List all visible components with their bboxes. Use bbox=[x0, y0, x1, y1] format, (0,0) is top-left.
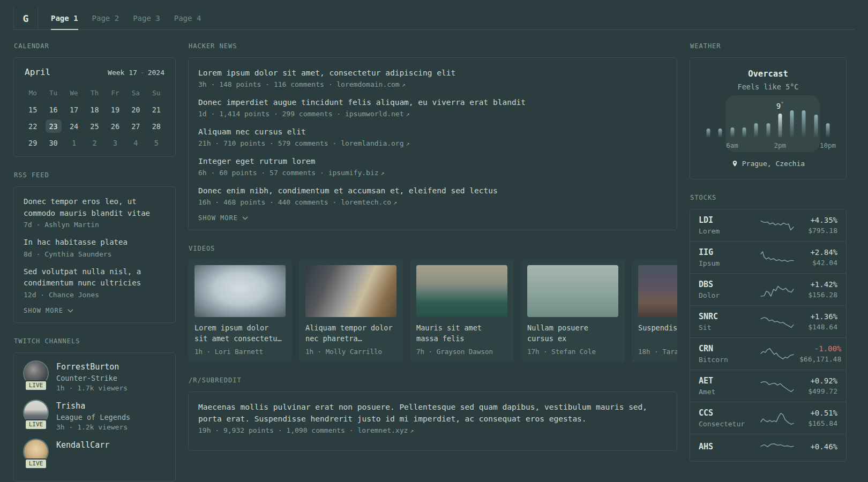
feed-item-domain-link[interactable]: ipsumworld.net bbox=[345, 110, 404, 118]
twitch-card: LIVEForrestBurtonCounter-Strike1h · 1.7k… bbox=[13, 352, 176, 481]
stock-row[interactable]: CRNBitcorn-1.00%$66,171.48 bbox=[690, 337, 846, 370]
calendar-month: April bbox=[25, 67, 50, 77]
stock-sparkline bbox=[760, 347, 795, 362]
stock-change-percent: +4.35% bbox=[799, 216, 837, 224]
feed-item-domain-link[interactable]: loremnet.xyz bbox=[357, 426, 408, 434]
tab-page-2[interactable]: Page 2 bbox=[92, 7, 119, 29]
video-card[interactable]: Nullam posuere cursus ex17h · Stefan Col… bbox=[521, 260, 625, 362]
stock-values: +2.84%$42.04 bbox=[799, 248, 837, 267]
weather-bar bbox=[754, 123, 758, 137]
left-column: CALENDAR April Week 17·2024 MoTuWeThFrSa… bbox=[13, 42, 176, 482]
calendar-week-label: Week 17 bbox=[108, 69, 137, 77]
stock-values: +0.51%$165.84 bbox=[799, 409, 837, 427]
calendar-day-header: Mo bbox=[23, 86, 43, 100]
weather-bar bbox=[802, 110, 806, 137]
twitch-channel-game: League of Legends bbox=[56, 413, 130, 421]
feed-item-title[interactable]: Donec enim nibh, condimentum et accumsan… bbox=[198, 185, 667, 197]
feed-item-title[interactable]: Integer eget rutrum lorem bbox=[198, 155, 667, 167]
concrete-towers-sky-thumbnail bbox=[194, 265, 286, 317]
external-link-icon: ↗ bbox=[406, 140, 410, 147]
right-column: WEATHER Overcast Feels like 5°C 9°6am2pm… bbox=[690, 42, 847, 476]
twitch-channel-viewers: 1h · 1.7k viewers bbox=[56, 384, 128, 392]
stock-row[interactable]: AETAmet+0.92%$499.72 bbox=[690, 370, 846, 402]
section-label-hacker-news: HACKER NEWS bbox=[189, 42, 677, 50]
stock-name: Consectetur bbox=[699, 420, 755, 428]
feed-item-title[interactable]: Lorem ipsum dolor sit amet, consectetur … bbox=[198, 67, 667, 79]
twitch-channel-row[interactable]: LIVEKendallCarr bbox=[24, 440, 166, 469]
tab-page-4[interactable]: Page 4 bbox=[174, 7, 201, 29]
feed-item-title[interactable]: Donec imperdiet augue tincidunt felis al… bbox=[198, 96, 667, 108]
subreddit-card: Maecenas mollis pulvinar erat non posuer… bbox=[188, 391, 677, 451]
feed-item-title[interactable]: Donec tempor eros leo, ut commodo mauris… bbox=[24, 196, 166, 219]
stock-row[interactable]: AHS+0.46% bbox=[690, 434, 846, 461]
calendar-day: 30 bbox=[43, 136, 63, 149]
feed-item-domain-link[interactable]: loremlandia.org bbox=[341, 139, 403, 147]
weather-bar bbox=[778, 114, 782, 137]
video-card[interactable]: Lorem ipsum dolor sit amet consectetu…1h… bbox=[188, 260, 292, 362]
twitch-channel-row[interactable]: LIVETrishaLeague of Legends3h · 1.2k vie… bbox=[24, 401, 166, 431]
feed-item-domain-link[interactable]: loremtech.co bbox=[341, 198, 391, 206]
weather-time-label: 6am bbox=[726, 141, 738, 149]
tab-page-1[interactable]: Page 1 bbox=[51, 7, 78, 29]
twitch-channel-name[interactable]: KendallCarr bbox=[56, 440, 109, 450]
stock-row[interactable]: IIGIpsum+2.84%$42.04 bbox=[690, 241, 846, 273]
stock-row[interactable]: DBSDolor+1.42%$156.28 bbox=[690, 273, 846, 305]
calendar-day: 18 bbox=[84, 103, 104, 116]
twitch-channel-name[interactable]: Trisha bbox=[56, 401, 130, 411]
video-card[interactable]: Suspendisse diam18h · Tara bbox=[632, 260, 677, 362]
stock-identity: DBSDolor bbox=[699, 280, 755, 299]
calendar-day: 28 bbox=[146, 119, 167, 133]
video-title[interactable]: Mauris sit amet massa felis bbox=[416, 322, 507, 344]
stock-name: Ipsum bbox=[699, 259, 755, 267]
feed-item: In hac habitasse platea8d · Cynthia Saun… bbox=[24, 237, 166, 258]
feed-item-title[interactable]: Sed volutpat nulla nisl, a condimentum n… bbox=[24, 266, 166, 289]
tab-page-3[interactable]: Page 3 bbox=[133, 7, 160, 29]
show-more-button[interactable]: SHOW MORE bbox=[24, 307, 166, 314]
rss-card: Donec tempor eros leo, ut commodo mauris… bbox=[13, 186, 176, 323]
section-label-videos: VIDEOS bbox=[189, 245, 677, 252]
weather-bar bbox=[719, 129, 722, 137]
video-card[interactable]: Mauris sit amet massa felis7h · Grayson … bbox=[410, 260, 514, 362]
feed-item-title[interactable]: Aliquam nec cursus elit bbox=[198, 126, 667, 138]
feed-item-title[interactable]: In hac habitasse platea bbox=[24, 237, 166, 248]
stock-symbol[interactable]: CCS bbox=[699, 408, 755, 418]
stock-row[interactable]: LDILorem+4.35%$795.18 bbox=[690, 209, 846, 241]
section-label-rss: RSS FEED bbox=[14, 171, 176, 179]
stock-symbol[interactable]: SNRC bbox=[699, 312, 755, 321]
stock-symbol[interactable]: LDI bbox=[699, 215, 755, 225]
stock-values: +4.35%$795.18 bbox=[799, 216, 837, 235]
app-logo[interactable]: G bbox=[13, 7, 38, 29]
stock-symbol[interactable]: AHS bbox=[699, 442, 755, 451]
videos-widget: VIDEOS Lorem ipsum dolor sit amet consec… bbox=[188, 245, 677, 362]
video-title[interactable]: Aliquam tempor dolor nec pharetra… bbox=[305, 322, 396, 344]
feed-item-domain-link[interactable]: ipsumify.biz bbox=[328, 169, 379, 177]
stock-sparkline bbox=[760, 282, 795, 297]
video-title[interactable]: Lorem ipsum dolor sit amet consectetu… bbox=[194, 322, 286, 344]
feed-item-title[interactable]: Maecenas mollis pulvinar erat non posuer… bbox=[198, 401, 667, 425]
stock-row[interactable]: SNRCSit+1.36%$148.64 bbox=[690, 305, 846, 337]
weather-bar bbox=[730, 127, 734, 137]
stock-symbol[interactable]: CRN bbox=[699, 344, 755, 353]
video-title[interactable]: Suspendisse diam bbox=[638, 322, 677, 344]
stock-symbol[interactable]: AET bbox=[699, 376, 755, 386]
map-pin-icon bbox=[731, 160, 738, 167]
video-card[interactable]: Aliquam tempor dolor nec pharetra…1h · M… bbox=[299, 260, 403, 362]
feed-item-meta: 7d · Ashlyn Martin bbox=[24, 221, 166, 229]
feed-item: Aliquam nec cursus elit21h · 710 points … bbox=[198, 126, 667, 147]
twitch-channel-viewers: 3h · 1.2k viewers bbox=[56, 423, 130, 431]
stock-values: -1.00%$66,171.48 bbox=[799, 344, 841, 363]
feed-item-domain-link[interactable]: loremdomain.com bbox=[336, 80, 399, 88]
stock-sparkline bbox=[760, 379, 795, 394]
stock-symbol[interactable]: IIG bbox=[699, 247, 755, 257]
show-more-button[interactable]: SHOW MORE bbox=[198, 214, 667, 222]
stock-symbol[interactable]: DBS bbox=[699, 280, 755, 289]
stock-price: $148.64 bbox=[799, 323, 837, 331]
external-link-icon: ↗ bbox=[410, 427, 414, 434]
video-title[interactable]: Nullam posuere cursus ex bbox=[527, 322, 618, 344]
twitch-channel-name[interactable]: ForrestBurton bbox=[56, 362, 128, 372]
stock-row[interactable]: CCSConsectetur+0.51%$165.84 bbox=[690, 402, 846, 434]
feed-item-meta: 3h · 148 points · 116 comments · loremdo… bbox=[198, 80, 667, 88]
live-badge: LIVE bbox=[25, 458, 48, 469]
twitch-channel-row[interactable]: LIVEForrestBurtonCounter-Strike1h · 1.7k… bbox=[24, 362, 166, 392]
feed-item: Donec enim nibh, condimentum et accumsan… bbox=[198, 185, 667, 206]
